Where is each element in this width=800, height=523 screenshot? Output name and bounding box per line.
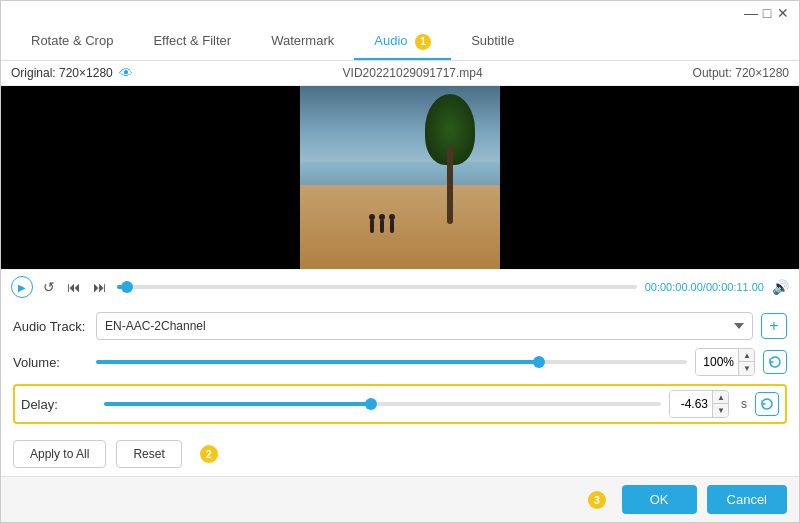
volume-row: Volume: ▲ ▼ <box>13 348 787 376</box>
volume-spinners: ▲ ▼ <box>738 349 755 375</box>
original-label: Original: 720×1280 <box>11 66 113 80</box>
tree <box>420 94 480 224</box>
volume-input[interactable] <box>696 349 738 375</box>
delay-label: Delay: <box>21 397 96 412</box>
delay-input-group: ▲ ▼ <box>669 390 729 418</box>
tab-rotate[interactable]: Rotate & Crop <box>11 25 133 60</box>
audio-track-row: Audio Track: EN-AAC-2Channel + <box>13 312 787 340</box>
minimize-button[interactable]: — <box>743 5 759 21</box>
close-button[interactable]: ✕ <box>775 5 791 21</box>
output-label: Output: 720×1280 <box>693 66 789 80</box>
volume-icon[interactable]: 🔊 <box>772 279 789 295</box>
play-button[interactable]: ▶ <box>11 276 33 298</box>
playback-controls: ▶ ↺ ⏮ ⏭ 00:00:00.00/00:00:11.00 🔊 <box>1 269 799 304</box>
delay-reset-button[interactable] <box>755 392 779 416</box>
next-button[interactable]: ⏭ <box>91 277 109 297</box>
track-label: Audio Track: <box>13 319 88 334</box>
volume-input-group: ▲ ▼ <box>695 348 755 376</box>
delay-up-button[interactable]: ▲ <box>713 391 729 404</box>
figure-2 <box>380 219 384 233</box>
add-track-button[interactable]: + <box>761 313 787 339</box>
volume-thumb[interactable] <box>533 356 545 368</box>
volume-down-button[interactable]: ▼ <box>739 362 755 375</box>
video-frame <box>300 86 500 269</box>
delay-row-wrapper: Delay: ▲ ▼ s <box>13 384 787 424</box>
tree-trunk <box>447 146 453 224</box>
volume-slider[interactable] <box>96 360 687 364</box>
footer: 3 OK Cancel <box>1 476 799 522</box>
video-header: Original: 720×1280 👁 VID20221029091717.m… <box>1 61 799 86</box>
figure-3 <box>390 219 394 233</box>
volume-up-button[interactable]: ▲ <box>739 349 755 362</box>
cancel-button[interactable]: Cancel <box>707 485 787 514</box>
filename-label: VID20221029091717.mp4 <box>343 66 483 80</box>
tab-audio[interactable]: Audio 1 <box>354 25 451 60</box>
delay-unit: s <box>741 397 747 411</box>
maximize-button[interactable]: □ <box>759 5 775 21</box>
audio-settings: Audio Track: EN-AAC-2Channel + Volume: ▲… <box>1 304 799 432</box>
tab-effect[interactable]: Effect & Filter <box>133 25 251 60</box>
audio-track-select[interactable]: EN-AAC-2Channel <box>96 312 753 340</box>
volume-reset-button[interactable] <box>763 350 787 374</box>
loop-button[interactable]: ↺ <box>41 277 57 297</box>
delay-input[interactable] <box>670 391 712 417</box>
progress-track[interactable] <box>117 285 637 289</box>
ok-button[interactable]: OK <box>622 485 697 514</box>
delay-down-button[interactable]: ▼ <box>713 404 729 417</box>
delay-spinners: ▲ ▼ <box>712 391 729 417</box>
figure-1 <box>370 219 374 233</box>
audio-tab-badge: 1 <box>415 34 431 50</box>
reset-button[interactable]: Reset <box>116 440 181 468</box>
delay-thumb[interactable] <box>365 398 377 410</box>
delay-slider[interactable] <box>104 402 661 406</box>
delay-reset-icon <box>760 397 774 411</box>
tab-subtitle[interactable]: Subtitle <box>451 25 534 60</box>
figures <box>370 219 394 233</box>
volume-label: Volume: <box>13 355 88 370</box>
reset-icon <box>768 355 782 369</box>
video-preview <box>1 86 799 269</box>
tab-watermark[interactable]: Watermark <box>251 25 354 60</box>
volume-fill <box>96 360 539 364</box>
eye-icon[interactable]: 👁 <box>119 65 133 81</box>
action-row: Apply to All Reset 2 <box>1 432 799 476</box>
title-bar: — □ ✕ <box>1 1 799 25</box>
apply-all-button[interactable]: Apply to All <box>13 440 106 468</box>
badge-3: 3 <box>588 491 606 509</box>
prev-button[interactable]: ⏮ <box>65 277 83 297</box>
tab-bar: Rotate & Crop Effect & Filter Watermark … <box>1 25 799 61</box>
main-window: — □ ✕ Rotate & Crop Effect & Filter Wate… <box>0 0 800 523</box>
time-display: 00:00:00.00/00:00:11.00 <box>645 281 764 293</box>
delay-fill <box>104 402 371 406</box>
progress-thumb[interactable] <box>121 281 133 293</box>
badge-2: 2 <box>200 445 218 463</box>
